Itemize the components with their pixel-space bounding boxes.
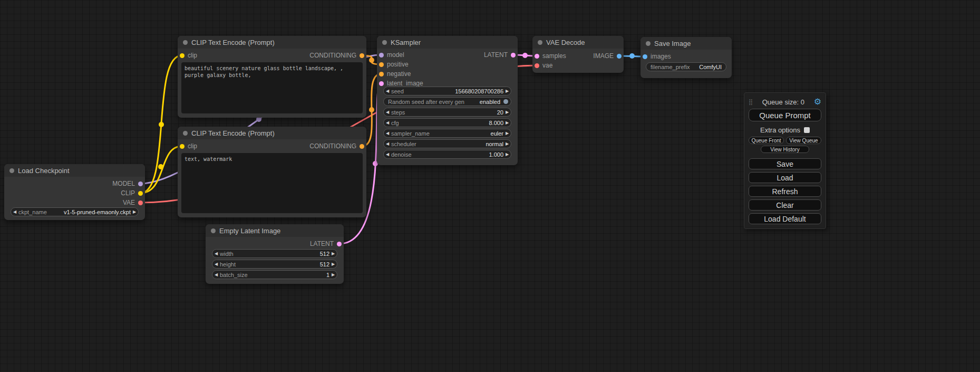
- decrement-arrow-icon[interactable]: ◀: [384, 110, 391, 115]
- drag-handle-icon[interactable]: ⣿: [749, 99, 753, 106]
- conditioning-slot-dot[interactable]: [379, 72, 384, 77]
- clip-slot-dot[interactable]: [138, 191, 143, 196]
- node-clip-text-encode-negative[interactable]: CLIP Text Encode (Prompt) clip CONDITION…: [178, 127, 366, 217]
- decrement-arrow-icon[interactable]: ◀: [384, 131, 391, 136]
- output-slot-clip[interactable]: CLIP: [4, 188, 145, 198]
- increment-arrow-icon[interactable]: ▶: [329, 262, 337, 266]
- prompt-textarea[interactable]: beautiful scenery nature glass bottle la…: [181, 62, 363, 113]
- widget-height[interactable]: ◀ height 512 ▶: [212, 260, 337, 269]
- collapse-dot-icon[interactable]: [183, 40, 188, 45]
- view-queue-button[interactable]: View Queue: [786, 137, 821, 144]
- load-button[interactable]: Load: [749, 172, 821, 183]
- increment-arrow-icon[interactable]: ▶: [503, 110, 511, 115]
- input-slot-clip[interactable]: clip: [180, 52, 197, 59]
- widget-scheduler[interactable]: ◀ scheduler normal ▶: [383, 139, 511, 148]
- latent-slot-dot[interactable]: [337, 242, 342, 246]
- conditioning-slot-dot[interactable]: [379, 62, 384, 67]
- widget-cfg[interactable]: ◀ cfg 8.000 ▶: [383, 118, 511, 127]
- collapse-dot-icon[interactable]: [382, 40, 387, 45]
- decrement-arrow-icon[interactable]: ◀: [384, 141, 391, 146]
- widget-seed[interactable]: ◀ seed 156680208700286 ▶: [383, 87, 511, 96]
- increment-arrow-icon[interactable]: ▶: [329, 272, 337, 277]
- vae-slot-dot[interactable]: [535, 63, 539, 68]
- increment-arrow-icon[interactable]: ▶: [131, 209, 138, 214]
- widget-steps[interactable]: ◀ steps 20 ▶: [383, 108, 511, 117]
- output-slot-image[interactable]: IMAGE: [583, 51, 624, 61]
- node-load-checkpoint[interactable]: Load Checkpoint MODEL CLIP VAE ◀ ckpt_na…: [4, 164, 145, 220]
- widget-width[interactable]: ◀ width 512 ▶: [212, 249, 337, 258]
- widget-sampler-name[interactable]: ◀ sampler_name euler ▶: [383, 129, 511, 138]
- decrement-arrow-icon[interactable]: ◀: [384, 89, 391, 93]
- node-title[interactable]: CLIP Text Encode (Prompt): [178, 36, 366, 49]
- output-slot-conditioning[interactable]: CONDITIONING: [309, 142, 364, 150]
- widget-random-seed-toggle[interactable]: Random seed after every gen enabled: [383, 97, 511, 106]
- node-title[interactable]: Save Image: [641, 37, 732, 50]
- settings-gear-icon[interactable]: ⚙: [814, 98, 821, 106]
- output-slot-vae[interactable]: VAE: [4, 198, 145, 207]
- decrement-arrow-icon[interactable]: ◀: [212, 251, 220, 256]
- increment-arrow-icon[interactable]: ▶: [503, 141, 511, 146]
- widget-denoise[interactable]: ◀ denoise 1.000 ▶: [383, 150, 511, 159]
- collapse-dot-icon[interactable]: [211, 228, 216, 233]
- conditioning-slot-dot[interactable]: [360, 53, 364, 58]
- node-title[interactable]: KSampler: [377, 36, 518, 49]
- clip-slot-dot[interactable]: [180, 53, 185, 58]
- model-slot-dot[interactable]: [138, 182, 143, 186]
- node-clip-text-encode-positive[interactable]: CLIP Text Encode (Prompt) clip CONDITION…: [178, 36, 366, 118]
- node-vae-decode[interactable]: VAE Decode samples vae IMAGE: [532, 36, 624, 73]
- model-slot-dot[interactable]: [379, 53, 384, 58]
- load-default-button[interactable]: Load Default: [749, 213, 821, 224]
- output-slot-latent[interactable]: LATENT: [454, 50, 518, 60]
- input-slot-images[interactable]: images: [643, 53, 671, 60]
- output-slot-latent[interactable]: LATENT: [310, 240, 342, 247]
- latent-slot-dot[interactable]: [379, 81, 384, 86]
- increment-arrow-icon[interactable]: ▶: [503, 131, 511, 136]
- collapse-dot-icon[interactable]: [538, 40, 542, 45]
- increment-arrow-icon[interactable]: ▶: [503, 89, 511, 93]
- image-slot-dot[interactable]: [643, 54, 647, 59]
- decrement-arrow-icon[interactable]: ◀: [384, 152, 391, 157]
- collapse-dot-icon[interactable]: [183, 131, 188, 136]
- widget-ckpt-name[interactable]: ◀ ckpt_name v1-5-pruned-emaonly.ckpt ▶: [11, 207, 139, 216]
- latent-slot-dot[interactable]: [535, 54, 539, 59]
- extra-options-checkbox[interactable]: [804, 127, 810, 133]
- node-title[interactable]: VAE Decode: [532, 36, 624, 49]
- decrement-arrow-icon[interactable]: ◀: [384, 120, 391, 125]
- increment-arrow-icon[interactable]: ▶: [503, 152, 511, 157]
- latent-slot-dot[interactable]: [511, 53, 516, 58]
- node-graph-canvas[interactable]: { "colors": { "model": "#B39DDB", "clip"…: [0, 0, 980, 372]
- node-empty-latent-image[interactable]: Empty Latent Image LATENT ◀ width 512 ▶ …: [206, 224, 344, 284]
- increment-arrow-icon[interactable]: ▶: [503, 120, 511, 125]
- output-slot-conditioning[interactable]: CONDITIONING: [309, 52, 364, 59]
- queue-prompt-button[interactable]: Queue Prompt: [749, 109, 821, 121]
- decrement-arrow-icon[interactable]: ◀: [212, 272, 220, 277]
- collapse-dot-icon[interactable]: [9, 168, 14, 173]
- node-title[interactable]: CLIP Text Encode (Prompt): [178, 127, 366, 139]
- widget-batch-size[interactable]: ◀ batch_size 1 ▶: [212, 270, 337, 279]
- widget-filename-prefix[interactable]: filename_prefix ComfyUI: [646, 62, 726, 71]
- input-slot-vae[interactable]: vae: [532, 61, 591, 70]
- refresh-button[interactable]: Refresh: [749, 186, 821, 197]
- queue-front-button[interactable]: Queue Front: [749, 137, 784, 144]
- node-title[interactable]: Load Checkpoint: [4, 164, 145, 177]
- node-title[interactable]: Empty Latent Image: [206, 224, 344, 237]
- prompt-textarea[interactable]: text, watermark: [181, 153, 363, 213]
- conditioning-slot-dot[interactable]: [360, 144, 364, 149]
- decrement-arrow-icon[interactable]: ◀: [212, 262, 220, 266]
- collapse-dot-icon[interactable]: [646, 41, 651, 46]
- input-slot-positive[interactable]: positive: [377, 60, 469, 69]
- vae-slot-dot[interactable]: [138, 201, 143, 205]
- node-save-image[interactable]: Save Image images filename_prefix ComfyU…: [641, 37, 732, 78]
- decrement-arrow-icon[interactable]: ◀: [11, 209, 18, 214]
- toggle-dot-icon[interactable]: [503, 99, 508, 104]
- output-slot-model[interactable]: MODEL: [4, 179, 145, 188]
- view-history-button[interactable]: View History: [761, 146, 809, 153]
- input-slot-clip[interactable]: clip: [180, 142, 197, 150]
- increment-arrow-icon[interactable]: ▶: [329, 251, 337, 256]
- image-slot-dot[interactable]: [617, 54, 622, 59]
- clip-slot-dot[interactable]: [180, 144, 185, 149]
- node-ksampler[interactable]: KSampler model positive negative latent_…: [377, 36, 518, 165]
- clear-button[interactable]: Clear: [749, 199, 821, 211]
- save-button[interactable]: Save: [749, 158, 821, 169]
- input-slot-negative[interactable]: negative: [377, 69, 469, 79]
